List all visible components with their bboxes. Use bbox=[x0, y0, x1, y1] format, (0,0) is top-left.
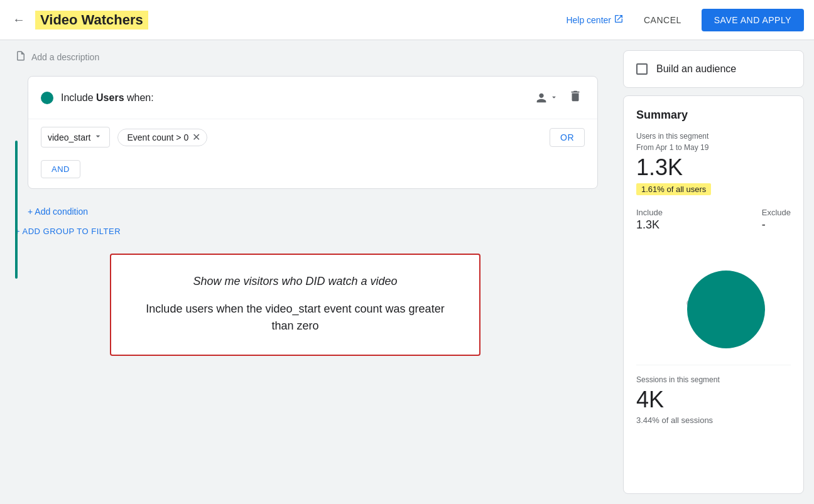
delete-segment-button[interactable] bbox=[566, 87, 585, 109]
segment-title: Include Users when: bbox=[61, 92, 524, 104]
and-row: AND bbox=[28, 155, 597, 188]
sessions-section: Sessions in this segment 4K 3.44% of all… bbox=[636, 365, 791, 425]
summary-title: Summary bbox=[636, 109, 791, 122]
sessions-label: Sessions in this segment bbox=[636, 375, 791, 384]
event-count-chip: Event count > 0 ✕ bbox=[117, 129, 207, 146]
page-title: Video Watchers bbox=[35, 11, 148, 29]
segment-accent-bar bbox=[15, 141, 18, 279]
header: ← Video Watchers Help center CANCEL SAVE… bbox=[0, 0, 814, 40]
sessions-sub: 3.44% of all sessions bbox=[636, 416, 791, 425]
summary-card: Summary Users in this segment From Apr 1… bbox=[623, 95, 804, 494]
include-exclude-labels: Include 1.3K Exclude - bbox=[636, 208, 791, 232]
add-group-label: + ADD GROUP TO FILTER bbox=[15, 227, 121, 236]
condition-row: video_start Event count > 0 ✕ OR bbox=[28, 119, 597, 155]
segment-indicator-dot bbox=[41, 92, 53, 104]
right-panel: Build an audience Summary Users in this … bbox=[613, 40, 814, 504]
exclude-label: Exclude bbox=[762, 208, 791, 217]
chip-close-button[interactable]: ✕ bbox=[192, 132, 200, 142]
donut-chart bbox=[657, 242, 770, 355]
audience-checkbox[interactable] bbox=[636, 63, 648, 75]
segment-block: Include Users when: v bbox=[28, 76, 598, 189]
help-center-link[interactable]: Help center bbox=[566, 14, 624, 26]
include-col: Include 1.3K bbox=[636, 208, 663, 232]
header-right: Help center CANCEL SAVE AND APPLY bbox=[566, 9, 804, 31]
sessions-count: 4K bbox=[636, 387, 791, 413]
audience-card: Build an audience bbox=[623, 50, 804, 88]
segment-actions bbox=[532, 87, 585, 109]
exclude-col: Exclude - bbox=[762, 208, 791, 232]
tooltip-line1: Show me visitors who DID watch a video bbox=[136, 275, 454, 288]
description-icon bbox=[15, 50, 26, 63]
header-left: ← Video Watchers bbox=[10, 10, 558, 29]
description-row[interactable]: Add a description bbox=[15, 50, 598, 63]
include-label: Include bbox=[636, 208, 663, 217]
dropdown-icon bbox=[93, 131, 103, 143]
include-value: 1.3K bbox=[636, 218, 663, 232]
cancel-button[interactable]: CANCEL bbox=[634, 10, 692, 30]
segment-header: Include Users when: bbox=[28, 77, 597, 119]
add-condition-row[interactable]: + Add condition bbox=[28, 199, 598, 217]
svg-point-1 bbox=[687, 271, 765, 348]
donut-chart-area bbox=[636, 242, 791, 355]
main-layout: Add a description Include Users when: bbox=[0, 40, 814, 504]
add-condition-label: + Add condition bbox=[28, 206, 88, 217]
and-button[interactable]: AND bbox=[41, 160, 80, 178]
external-link-icon bbox=[614, 14, 624, 26]
users-count: 1.3K bbox=[636, 154, 791, 181]
event-name-select[interactable]: video_start bbox=[41, 127, 110, 147]
tooltip-line2: Include users when the video_start event… bbox=[136, 301, 454, 335]
user-type-button[interactable] bbox=[532, 88, 561, 107]
description-placeholder: Add a description bbox=[31, 52, 99, 62]
back-icon: ← bbox=[13, 13, 25, 27]
or-button[interactable]: OR bbox=[550, 128, 585, 147]
users-percentage-badge: 1.61% of all users bbox=[636, 183, 711, 195]
help-center-label: Help center bbox=[566, 15, 611, 25]
add-group-row[interactable]: + ADD GROUP TO FILTER bbox=[15, 217, 598, 236]
chevron-down-icon bbox=[550, 90, 558, 105]
chip-label: Event count > 0 bbox=[127, 132, 188, 142]
back-button[interactable]: ← bbox=[10, 10, 28, 29]
left-panel: Add a description Include Users when: bbox=[0, 40, 613, 504]
event-name-label: video_start bbox=[48, 132, 90, 142]
tooltip-popup: Show me visitors who DID watch a video I… bbox=[110, 254, 480, 356]
save-and-apply-button[interactable]: SAVE AND APPLY bbox=[702, 9, 804, 31]
audience-label: Build an audience bbox=[656, 63, 736, 75]
date-range-label: From Apr 1 to May 19 bbox=[636, 143, 791, 152]
exclude-value: - bbox=[762, 218, 791, 232]
users-in-segment-label: Users in this segment bbox=[636, 132, 791, 141]
